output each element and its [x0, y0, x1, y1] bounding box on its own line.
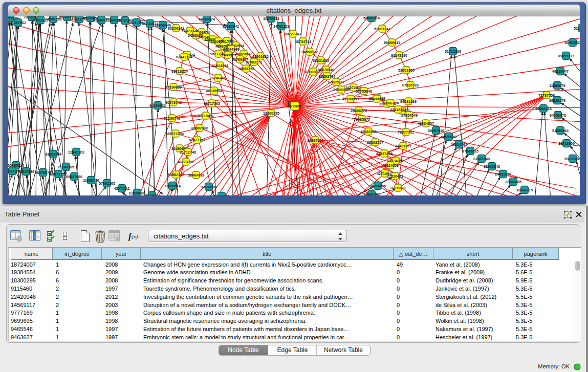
svg-text:85165604: 85165604	[144, 193, 160, 196]
svg-text:94024455: 94024455	[369, 184, 386, 188]
svg-text:51604817: 51604817	[574, 26, 580, 31]
svg-text:61497840: 61497840	[473, 157, 490, 161]
svg-text:90496631: 90496631	[384, 40, 400, 45]
svg-text:46773782: 46773782	[178, 160, 194, 164]
svg-text:68087603: 68087603	[191, 126, 208, 130]
svg-text:29014767: 29014767	[451, 142, 467, 147]
svg-text:09670546: 09670546	[318, 68, 334, 72]
svg-text:58651850: 58651850	[398, 68, 415, 73]
svg-text:22683885: 22683885	[505, 180, 521, 184]
svg-text:09859317: 09859317	[558, 54, 574, 58]
svg-text:88568557: 88568557	[367, 140, 383, 145]
svg-text:14562328: 14562328	[273, 24, 290, 29]
svg-text:79965075: 79965075	[354, 117, 370, 122]
svg-text:67065627: 67065627	[328, 80, 344, 84]
svg-text:58842474: 58842474	[363, 16, 380, 20]
svg-text:71746488: 71746488	[210, 76, 226, 80]
svg-text:33412328: 33412328	[390, 107, 406, 112]
svg-text:93618324: 93618324	[171, 69, 188, 74]
svg-text:21024994: 21024994	[212, 63, 228, 68]
svg-text:63201632: 63201632	[252, 54, 269, 59]
svg-text:96499091: 96499091	[368, 97, 385, 101]
svg-text:94519832: 94519832	[149, 103, 166, 108]
svg-text:51585064: 51585064	[552, 128, 569, 133]
svg-text:11382675: 11382675	[549, 83, 565, 88]
svg-text:21249985: 21249985	[58, 165, 74, 169]
svg-text:87083172: 87083172	[246, 60, 262, 64]
svg-text:08470076: 08470076	[35, 170, 51, 175]
svg-text:97643815: 97643815	[462, 149, 478, 154]
svg-text:93689980: 93689980	[201, 185, 217, 189]
svg-text:03447134: 03447134	[176, 55, 192, 59]
svg-text:69847896: 69847896	[66, 174, 82, 179]
svg-text:22842102: 22842102	[68, 150, 84, 155]
svg-text:82337498: 82337498	[376, 151, 393, 156]
svg-text:93352904: 93352904	[45, 152, 61, 157]
svg-text:85977034: 85977034	[167, 132, 184, 136]
svg-text:54965137: 54965137	[564, 40, 580, 45]
svg-text:77190659: 77190659	[165, 85, 182, 90]
svg-text:80715451: 80715451	[198, 114, 214, 118]
svg-text:21489513: 21489513	[220, 53, 236, 57]
svg-text:43320037: 43320037	[235, 52, 252, 56]
svg-text:58917839: 58917839	[18, 169, 34, 174]
svg-text:51712368: 51712368	[445, 49, 461, 54]
svg-text:96717565: 96717565	[204, 101, 220, 106]
svg-text:45271111: 45271111	[114, 186, 130, 191]
svg-text:61528098: 61528098	[129, 191, 145, 195]
svg-text:34558122: 34558122	[301, 50, 318, 54]
svg-text:44431351: 44431351	[395, 144, 411, 148]
svg-text:(x): (x)	[132, 233, 138, 240]
svg-text:18724007: 18724007	[287, 104, 303, 108]
svg-text:64053773: 64053773	[550, 113, 566, 118]
svg-text:36900343: 36900343	[484, 164, 500, 169]
svg-text:19384554: 19384554	[307, 138, 323, 143]
svg-text:67165726: 67165726	[402, 83, 419, 87]
svg-text:54599102: 54599102	[441, 135, 457, 139]
svg-text:46120047: 46120047	[552, 69, 569, 74]
svg-text:36057662: 36057662	[10, 20, 26, 25]
svg-text:52991241: 52991241	[374, 27, 390, 31]
svg-text:05297516: 05297516	[428, 128, 444, 133]
svg-text:58404499: 58404499	[188, 173, 204, 178]
svg-text:94131869: 94131869	[400, 99, 417, 104]
svg-text:40139904: 40139904	[206, 89, 222, 93]
svg-text:41708053: 41708053	[342, 97, 359, 101]
svg-text:96966416: 96966416	[535, 106, 552, 111]
svg-text:36959440: 36959440	[155, 23, 171, 28]
svg-text:53293183: 53293183	[564, 157, 580, 161]
svg-text:61771159: 61771159	[50, 172, 67, 177]
svg-text:40824008: 40824008	[382, 163, 399, 168]
svg-text:99386774: 99386774	[382, 101, 399, 105]
svg-text:93149190: 93149190	[391, 53, 407, 58]
svg-text:57661565: 57661565	[99, 181, 115, 186]
svg-text:24451076: 24451076	[495, 172, 511, 177]
svg-text:63982146: 63982146	[168, 172, 184, 177]
svg-text:68044369: 68044369	[223, 47, 239, 52]
svg-text:02296120: 02296120	[213, 194, 230, 196]
svg-text:48734714: 48734714	[295, 39, 311, 44]
svg-text:77520471: 77520471	[387, 174, 403, 179]
svg-text:10470952: 10470952	[263, 16, 279, 21]
svg-text:36231665: 36231665	[313, 58, 329, 63]
svg-text:73158514: 73158514	[164, 184, 181, 188]
svg-text:78895798: 78895798	[238, 67, 254, 71]
svg-text:90278742: 90278742	[165, 100, 182, 105]
svg-text:64090974: 64090974	[199, 17, 215, 21]
svg-text:31712748: 31712748	[180, 150, 196, 155]
svg-text:43634957: 43634957	[418, 121, 434, 126]
svg-text:86926179: 86926179	[549, 98, 565, 103]
svg-text:28498776: 28498776	[351, 108, 367, 113]
svg-text:78377701: 78377701	[398, 130, 414, 135]
svg-text:72787558: 72787558	[538, 93, 555, 98]
svg-text:48083136: 48083136	[360, 129, 377, 134]
svg-text:31713900: 31713900	[558, 141, 575, 146]
svg-text:39533942: 39533942	[223, 24, 239, 29]
svg-text:11836736: 11836736	[83, 178, 99, 183]
svg-text:18300295: 18300295	[263, 111, 279, 116]
svg-text:18366752: 18366752	[363, 192, 380, 196]
svg-text:16060715: 16060715	[516, 188, 533, 192]
svg-text:82477109: 82477109	[189, 138, 205, 142]
svg-text:53755646: 53755646	[356, 89, 372, 94]
svg-text:68893734: 68893734	[319, 74, 335, 79]
